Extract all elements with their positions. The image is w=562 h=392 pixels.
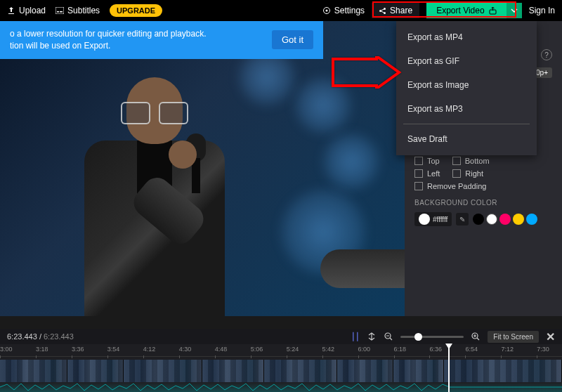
ruler-tick: 7:12: [501, 346, 514, 353]
svg-rect-2: [60, 11, 63, 13]
chevron-down-icon: [511, 8, 518, 13]
upload-label: Upload: [19, 6, 46, 15]
svg-rect-1: [57, 11, 59, 13]
gotit-button[interactable]: Got it: [272, 30, 313, 49]
fit-to-screen-button[interactable]: Fit to Screen: [488, 331, 539, 343]
padding-right-checkbox[interactable]: Right: [452, 169, 483, 178]
export-dropdown-toggle[interactable]: [507, 3, 522, 18]
ruler-tick: 5:24: [287, 346, 299, 353]
audio-waveform[interactable]: [0, 382, 562, 392]
padding-left-label: Left: [427, 169, 440, 178]
notice-line2: tion will be used on Export.: [10, 40, 207, 52]
ruler-tick: 5:42: [322, 346, 335, 353]
bgcolor-hex: #ffffff: [433, 216, 447, 223]
dropdown-separator: [403, 124, 530, 124]
playback-bar: 6:23.443 / 6:23.443 ⎮⎮ Fit to Screen ✕: [0, 329, 562, 344]
ruler-tick: 5:06: [251, 346, 263, 353]
bgcolor-current-swatch: [419, 214, 430, 225]
signin-button[interactable]: Sign In: [529, 6, 555, 15]
stage-light-decor: [295, 77, 351, 133]
top-toolbar: Upload Subtitles UPGRADE Settings Share …: [0, 0, 562, 21]
ruler-tick: 3:54: [107, 346, 120, 353]
notice-line1: o a lower resolution for quicker editing…: [10, 28, 207, 40]
ruler-tick: 4:48: [215, 346, 228, 353]
eyedropper-icon: ✎: [459, 216, 465, 223]
ruler-tick: 4:30: [179, 346, 192, 353]
save-draft-option[interactable]: Save Draft: [396, 127, 537, 151]
export-dropdown-menu: Export as MP4 Export as GIF Export as Im…: [396, 21, 537, 155]
padding-bottom-checkbox[interactable]: Bottom: [452, 157, 490, 165]
stage-light-decor: [323, 133, 379, 190]
share-button[interactable]: Share: [372, 3, 419, 18]
zoom-out-icon[interactable]: [384, 332, 393, 341]
timeline-ruler[interactable]: 3:003:183:363:544:124:304:485:065:245:42…: [0, 344, 562, 357]
eyedropper-button[interactable]: ✎: [456, 213, 469, 226]
export-image-option[interactable]: Export as Image: [396, 73, 537, 97]
video-subject-arm: [320, 249, 405, 288]
ruler-tick: 3:18: [36, 346, 48, 353]
ruler-tick: 3:36: [72, 346, 84, 353]
upload-icon: [7, 6, 15, 15]
swatch-yellow[interactable]: [513, 214, 524, 225]
bgcolor-label: BACKGROUND COLOR: [414, 199, 552, 207]
video-subject: [56, 49, 253, 316]
padding-top-checkbox[interactable]: Top: [414, 157, 440, 165]
timeline[interactable]: 3:003:183:363:544:124:304:485:065:245:42…: [0, 344, 562, 392]
video-clip[interactable]: [393, 360, 444, 382]
ruler-tick: 6:54: [465, 346, 478, 353]
video-track[interactable]: [0, 360, 562, 382]
video-clip[interactable]: [67, 360, 124, 382]
ruler-tick: 6:36: [429, 346, 442, 353]
ruler-tick: 7:30: [537, 346, 549, 353]
subtitles-button[interactable]: Subtitles: [55, 6, 100, 15]
upgrade-button[interactable]: UPGRADE: [110, 4, 162, 17]
settings-button[interactable]: Settings: [322, 6, 365, 15]
help-icon[interactable]: ?: [541, 49, 552, 60]
export-group: Export Video: [426, 3, 522, 18]
ruler-tick: 4:12: [143, 346, 156, 353]
export-gif-option[interactable]: Export as GIF: [396, 49, 537, 73]
video-clip[interactable]: [0, 360, 67, 382]
snap-icon[interactable]: [367, 332, 377, 341]
upload-button[interactable]: Upload: [7, 6, 46, 15]
playhead[interactable]: [448, 344, 450, 392]
remove-padding-checkbox[interactable]: Remove Padding: [414, 182, 486, 190]
export-video-button[interactable]: Export Video: [426, 3, 507, 18]
settings-label: Settings: [334, 6, 365, 15]
padding-bottom-label: Bottom: [465, 157, 490, 165]
notice-text: o a lower resolution for quicker editing…: [10, 28, 207, 52]
export-mp3-option[interactable]: Export as MP3: [396, 97, 537, 121]
export-mp4-option[interactable]: Export as MP4: [396, 25, 537, 49]
zoom-slider[interactable]: [400, 336, 464, 338]
video-clip[interactable]: [202, 360, 264, 382]
total-time: 6:23.443: [44, 332, 74, 341]
zoom-in-icon[interactable]: [471, 332, 481, 341]
swatch-blue[interactable]: [526, 214, 537, 225]
ruler-tick: 6:18: [394, 346, 407, 353]
swatch-black[interactable]: [473, 214, 484, 225]
swatch-white[interactable]: [486, 214, 497, 225]
video-preview[interactable]: [0, 21, 405, 316]
svg-rect-0: [55, 7, 64, 14]
ruler-tick: 3:00: [0, 346, 13, 353]
remove-padding-label: Remove Padding: [427, 182, 486, 190]
export-label: Export Video: [436, 6, 485, 15]
zoom-slider-knob[interactable]: [414, 333, 422, 341]
current-time: 6:23.443: [7, 332, 37, 341]
split-icon[interactable]: ⎮⎮: [351, 332, 360, 341]
resolution-notice: o a lower resolution for quicker editing…: [0, 21, 323, 59]
video-clip[interactable]: [124, 360, 202, 382]
share-icon: [379, 7, 386, 15]
time-display: 6:23.443 / 6:23.443: [7, 332, 74, 341]
close-timeline-button[interactable]: ✕: [546, 330, 555, 344]
video-clip[interactable]: [264, 360, 337, 382]
padding-right-label: Right: [465, 169, 483, 178]
export-icon: [489, 7, 497, 15]
swatch-pink[interactable]: [499, 214, 511, 225]
bgcolor-input[interactable]: #ffffff: [414, 212, 452, 226]
padding-top-label: Top: [427, 157, 440, 165]
padding-left-checkbox[interactable]: Left: [414, 169, 440, 178]
video-clip[interactable]: [337, 360, 393, 382]
video-clip[interactable]: [444, 360, 562, 382]
subtitles-icon: [55, 7, 64, 14]
